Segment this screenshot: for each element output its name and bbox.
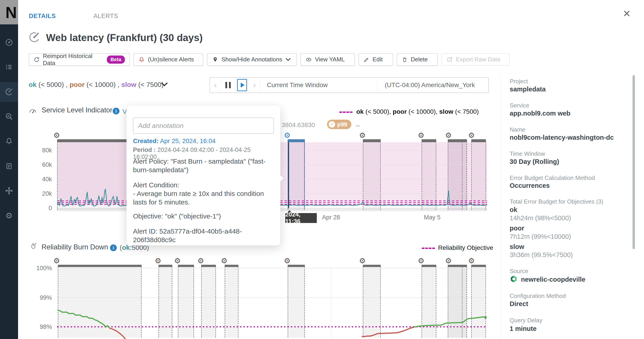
legend-slow-threshold: (< 7500) <box>454 108 479 115</box>
annotation-gear-icon[interactable]: ⚙ <box>418 257 424 265</box>
sidebar-item-insights[interactable] <box>0 106 18 126</box>
annotation-gear-icon[interactable]: ⚙ <box>197 257 204 265</box>
bd-ytick: 99% <box>22 294 52 301</box>
delete-button[interactable]: Delete <box>397 53 438 66</box>
check-icon: ✓ <box>329 121 335 127</box>
app-root: N ⚙ DETAILS ALERTS ✕ Web latency <box>0 0 644 339</box>
objective-slow-threshold: (< 7500) <box>136 81 164 88</box>
annotation-gear-icon[interactable]: ⚙ <box>53 257 60 265</box>
integrations-icon <box>5 187 13 195</box>
sidebar-item-catalog[interactable] <box>0 57 18 77</box>
burndown-legend: Reliability Objective <box>438 244 493 251</box>
trash-icon <box>402 57 408 62</box>
annotation-gear-icon[interactable]: ⚙ <box>284 257 290 265</box>
detail-label: Configuration Method <box>510 293 566 300</box>
slo-target-icon <box>5 88 13 96</box>
sidebar-item-slo[interactable] <box>0 82 18 102</box>
annotation-gear-icon[interactable]: ⚙ <box>468 257 475 265</box>
sli-legend-dash-swatch <box>340 111 352 113</box>
sli-xtick: Apr 28 <box>312 214 350 221</box>
reimport-historical-data-button[interactable]: Reimport Historical Data Beta <box>29 53 130 66</box>
close-icon[interactable]: ✕ <box>623 9 631 18</box>
time-tooltip: 2024, 11:36 <box>285 213 317 223</box>
unsilence-alerts-button[interactable]: (Un)silence Alerts <box>134 53 203 66</box>
annotation-gear-icon[interactable]: ⚙ <box>445 257 452 265</box>
annotation-gear-icon[interactable]: ⚙ <box>221 257 228 265</box>
beta-badge: Beta <box>107 55 125 64</box>
sidebar-item-dashboard[interactable] <box>0 32 18 52</box>
slo-title-icon <box>28 31 40 44</box>
play-button[interactable] <box>235 78 249 92</box>
sli-ytick: 60k <box>22 161 52 168</box>
sli-partial-label: V <box>122 108 127 115</box>
sidebar-item-integrations[interactable] <box>0 181 18 201</box>
info-icon[interactable]: i <box>110 244 117 251</box>
annotation-gear-icon[interactable]: ⚙ <box>359 257 366 265</box>
annotation-popup: Created: Apr 25, 2024, 16:04 Period : 20… <box>126 105 280 246</box>
tab-alerts[interactable]: ALERTS <box>94 13 118 20</box>
objectives-chevron-down-icon[interactable] <box>161 82 168 88</box>
paren: ( <box>120 244 122 251</box>
tab-details[interactable]: DETAILS <box>29 13 56 20</box>
detail-value-time-window: 30 Day (Rolling) <box>510 158 559 165</box>
insights-search-icon <box>5 112 13 120</box>
annotation-gear-icon[interactable]: ⚙ <box>53 132 60 139</box>
sli-ytick: 20k <box>22 190 52 197</box>
detail-label: Name <box>510 126 525 133</box>
annotation-gear-icon[interactable]: ⚙ <box>359 132 366 139</box>
time-window-selector[interactable]: Current Time Window <box>260 78 378 92</box>
alert-id-text: Alert ID: 52a5777a-df04-40b5-a448-206f38… <box>133 227 274 244</box>
add-annotation-input[interactable] <box>133 118 274 134</box>
burndown-plot <box>57 265 487 339</box>
pause-button[interactable] <box>221 78 235 92</box>
sli-section-title: Service Level Indicator <box>42 106 112 114</box>
period-label: Period : <box>133 146 156 153</box>
legend-poor-threshold: (< 10000), <box>407 108 439 115</box>
bd-ytick: 100% <box>22 265 52 272</box>
button-label: Delete <box>411 56 428 63</box>
objective-poor-threshold: (< 10000) , <box>85 81 122 88</box>
annotation-gear-icon[interactable]: ⚙ <box>418 132 424 139</box>
sidebar-item-settings[interactable]: ⚙ <box>0 206 18 226</box>
budget-objective-value: 14h24m (98%<5000) <box>510 214 571 222</box>
button-label: Show/Hide Annotations <box>222 56 282 63</box>
sidebar-item-alerts[interactable] <box>0 131 18 151</box>
sidebar-item-reports[interactable] <box>0 156 18 176</box>
button-label: Edit <box>372 56 383 63</box>
budget-objective-value: 7h12m (99%<10000) <box>510 233 571 240</box>
sli-ytick: 80k <box>22 147 52 154</box>
burndown-chart[interactable]: ⚙⚙⚙⚙⚙⚙⚙⚙⚙⚙ <box>57 265 487 339</box>
percentile-label: p99 <box>337 121 347 128</box>
detail-value-source: newrelic-coopdeville <box>521 276 585 283</box>
objectives-summary[interactable]: ok (< 5000) , poor (< 10000) , slow (< 7… <box>29 81 164 88</box>
sli-ytick: 0 <box>22 205 52 212</box>
export-raw-data-button: Export Raw Data <box>442 53 510 66</box>
edit-button[interactable]: Edit <box>358 53 393 66</box>
legend-ok-threshold: (< 5000), <box>364 108 393 115</box>
detail-label-budget: Total Error Budget for Objectives (3) <box>510 198 603 205</box>
detail-value-project: sampledata <box>510 85 546 93</box>
panel-scrollbar[interactable] <box>632 75 635 249</box>
percentile-badge[interactable]: ✓ p99 <box>327 120 351 129</box>
detail-value-query-delay: 1 minute <box>510 325 536 333</box>
show-hide-annotations-button[interactable]: Show/Hide Annotations <box>207 53 297 66</box>
annotation-gear-icon[interactable]: ⚙ <box>155 257 162 265</box>
button-label: (Un)silence Alerts <box>148 56 194 63</box>
info-icon[interactable]: i <box>113 108 120 114</box>
bd-ytick: 98% <box>22 324 52 331</box>
annotation-gear-icon[interactable]: ⚙ <box>174 257 181 265</box>
time-next-button[interactable]: › <box>249 78 260 92</box>
timezone-label: (UTC-04:00) America/New_York <box>385 81 475 89</box>
objective-poor: poor <box>70 81 85 88</box>
objective-slow: slow <box>121 81 136 88</box>
annotation-gear-icon[interactable]: ⚙ <box>468 132 475 139</box>
view-yaml-button[interactable]: View YAML <box>300 53 355 66</box>
time-prev-button[interactable]: ‹ <box>210 78 221 92</box>
annotation-gear-icon[interactable]: ⚙ <box>284 132 290 139</box>
gear-icon: ⚙ <box>6 212 13 220</box>
play-icon <box>241 83 244 88</box>
legend-slow: slow <box>439 108 453 115</box>
timezone-selector[interactable]: (UTC-04:00) America/New_York <box>378 78 488 92</box>
annotation-gear-icon[interactable]: ⚙ <box>445 132 452 139</box>
export-icon <box>446 56 453 63</box>
